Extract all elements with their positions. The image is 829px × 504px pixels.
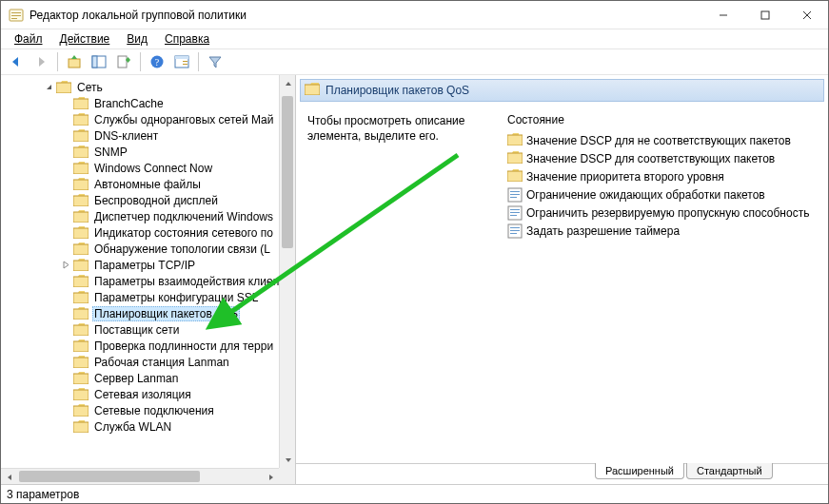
tree-node[interactable]: Параметры конфигурации SSL [1, 289, 295, 305]
filter-button[interactable] [204, 50, 227, 73]
folder-open-icon [56, 81, 71, 93]
tree-node[interactable]: Рабочая станция Lanman [1, 354, 295, 370]
details-tabs: Расширенный Стандартный [296, 463, 828, 484]
list-item[interactable]: Ограничить резервируемую пропускную спос… [507, 204, 820, 221]
tree-label: Служба WLAN [92, 420, 173, 434]
list-item[interactable]: Значение DSCP для не соответствующих пак… [507, 132, 820, 148]
toolbar: ? [1, 48, 828, 75]
tree-node[interactable]: Сетевые подключения [1, 402, 295, 418]
tab-standard[interactable]: Стандартный [686, 463, 773, 479]
tree-node[interactable]: Диспетчер подключений Windows [1, 208, 295, 224]
scroll-up-icon[interactable] [280, 75, 295, 91]
tree-node[interactable]: Служба WLAN [1, 418, 295, 435]
scroll-right-icon[interactable] [263, 469, 279, 484]
help-button[interactable]: ? [146, 50, 168, 73]
svg-rect-15 [175, 56, 188, 59]
list-item[interactable]: Задать разрешение таймера [507, 223, 820, 239]
menu-action[interactable]: Действие [52, 31, 118, 47]
tree-node[interactable]: BranchCache [1, 95, 295, 111]
tree-node-root[interactable]: Сеть [1, 79, 295, 95]
forward-button[interactable] [30, 50, 52, 73]
tree-node[interactable]: Проверка подлинности для терри [1, 338, 295, 354]
list-item[interactable]: Значение DSCP для соответствующих пакето… [507, 150, 820, 166]
minimize-button[interactable] [702, 1, 744, 29]
svg-rect-19 [73, 99, 89, 109]
list-item[interactable]: Значение приоритета второго уровня [507, 168, 820, 184]
tree-label: Службы одноранговых сетей Май [92, 113, 275, 126]
tree-label: BranchCache [92, 97, 166, 110]
expander-placeholder [60, 146, 71, 158]
scroll-left-icon[interactable] [1, 469, 17, 484]
folder-icon [73, 404, 89, 417]
expander-placeholder [60, 324, 71, 336]
tree-node[interactable]: Планировщик пакетов QoS [1, 305, 295, 321]
tree-node[interactable]: Параметры TCP/IP [1, 257, 295, 273]
up-button[interactable] [63, 50, 86, 73]
expander-placeholder [60, 98, 71, 109]
tab-extended[interactable]: Расширенный [595, 463, 684, 479]
tree-label: Сетевая изоляция [92, 388, 193, 401]
list-item[interactable]: Ограничение ожидающих обработки пакетов [507, 186, 820, 203]
tree-horizontal-scrollbar[interactable] [1, 468, 279, 484]
svg-rect-31 [73, 293, 89, 303]
expander-placeholder [60, 227, 71, 239]
expander-icon[interactable] [60, 260, 71, 271]
titlebar: Редактор локальной групповой политики [1, 1, 828, 29]
svg-rect-41 [507, 135, 523, 145]
menu-view[interactable]: Вид [119, 31, 155, 47]
folder-icon [73, 210, 89, 223]
folder-icon [73, 307, 89, 320]
menu-help[interactable]: Справка [157, 31, 217, 47]
svg-rect-54 [510, 230, 520, 231]
svg-rect-38 [73, 406, 89, 417]
tree-node[interactable]: Автономные файлы [1, 176, 295, 192]
show-hide-tree-button[interactable] [88, 50, 110, 73]
menu-file[interactable]: Файл [7, 31, 50, 47]
list-item-label: Ограничение ожидающих обработки пакетов [526, 188, 765, 202]
details-pane: Планировщик пакетов QoS Чтобы просмотрет… [296, 75, 828, 484]
list-item-label: Значение DSCP для соответствующих пакето… [526, 152, 775, 165]
maximize-button[interactable] [744, 1, 786, 29]
expander-placeholder [60, 389, 71, 400]
tree-node[interactable]: Параметры взаимодействия клиен [1, 273, 295, 289]
expander-placeholder [60, 243, 71, 255]
tree-node[interactable]: Windows Connect Now [1, 160, 295, 176]
tree-node[interactable]: DNS-клиент [1, 127, 295, 144]
expander-icon[interactable] [43, 82, 54, 93]
back-button[interactable] [5, 50, 28, 73]
tree-node[interactable]: Сервер Lanman [1, 370, 295, 386]
svg-rect-21 [73, 131, 89, 142]
tree-node[interactable]: Сетевая изоляция [1, 386, 295, 402]
folder-icon [73, 113, 89, 126]
folder-icon [73, 226, 89, 239]
expander-placeholder [60, 308, 71, 320]
svg-rect-35 [73, 358, 89, 368]
close-button[interactable] [786, 1, 828, 29]
tree-node[interactable]: Службы одноранговых сетей Май [1, 111, 295, 127]
expander-placeholder [60, 195, 71, 206]
properties-button[interactable] [170, 50, 193, 73]
svg-rect-55 [510, 233, 517, 234]
tree-vertical-scrollbar[interactable] [279, 75, 295, 468]
tree-node[interactable]: Обнаружение топологии связи (L [1, 241, 295, 257]
expander-placeholder [60, 421, 71, 433]
svg-rect-10 [92, 56, 97, 68]
tree-node[interactable]: SNMP [1, 144, 295, 160]
tree-label: Параметры взаимодействия клиен [92, 275, 281, 288]
statusbar-text: 3 параметров [7, 488, 79, 501]
svg-rect-8 [69, 59, 80, 68]
tree-node[interactable]: Индикатор состояния сетевого по [1, 224, 295, 241]
list-item-label: Значение приоритета второго уровня [526, 170, 724, 184]
setting-icon [507, 223, 523, 239]
tree-node[interactable]: Беспроводной дисплей [1, 192, 295, 208]
svg-rect-40 [305, 85, 320, 95]
svg-rect-18 [56, 83, 71, 93]
list-item-label: Ограничить резервируемую пропускную спос… [526, 206, 809, 220]
folder-icon [73, 323, 89, 336]
export-button[interactable] [112, 50, 135, 73]
tree-label: Сетевые подключения [92, 404, 216, 417]
tree-node[interactable]: Поставщик сети [1, 321, 295, 338]
policy-tree[interactable]: СетьBranchCacheСлужбы одноранговых сетей… [1, 75, 295, 438]
scroll-down-icon[interactable] [280, 452, 295, 468]
folder-icon [73, 162, 89, 174]
